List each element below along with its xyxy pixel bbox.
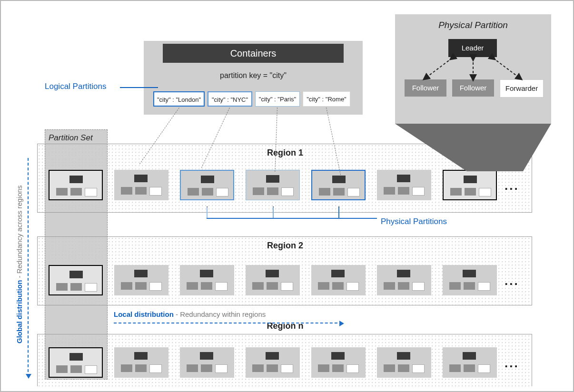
containers-title: Containers (163, 44, 344, 63)
leader-arrows-icon (395, 38, 551, 100)
partition-key-label: partition key = "city" (144, 71, 363, 80)
physical-partition-mini (377, 347, 431, 378)
partition-set-label: Partition Set (49, 133, 93, 143)
physical-partition-mini (246, 347, 300, 378)
pp-line-h (207, 218, 339, 219)
city-pill-nyc: "city" : "NYC" (208, 91, 252, 107)
physical-partition-mini (49, 265, 103, 295)
ellipsis: ... (505, 274, 519, 288)
physical-partition-mini (377, 170, 431, 200)
physical-partition-mini (180, 170, 234, 200)
physical-partition-title: Physical Partition (395, 20, 551, 30)
physical-partition-mini (311, 347, 366, 378)
diagram-canvas: Containers partition key = "city" "city"… (0, 0, 574, 392)
city-pill-rome: "city" : "Rome" (303, 91, 350, 107)
physical-partition-mini (443, 347, 497, 378)
ellipsis: ... (505, 356, 519, 371)
region-2-title: Region 2 (38, 241, 533, 251)
local-distribution-arrow-icon (114, 323, 342, 323)
physical-partition-mini (114, 170, 168, 200)
physical-partition-mini (246, 265, 300, 295)
svg-line-2 (493, 58, 520, 78)
svg-line-0 (426, 58, 452, 78)
pp-line-to-label (339, 218, 377, 219)
physical-partition-mini (114, 265, 168, 295)
physical-partition-mini (443, 265, 497, 295)
physical-partition-mini (114, 347, 168, 378)
physical-partitions-label: Physical Partitions (381, 217, 447, 226)
pp-line-3v (338, 206, 339, 219)
physical-partition-mini (443, 170, 497, 200)
global-distribution-arrow-icon (28, 158, 29, 377)
logical-partitions-label: Logical Partitions (45, 82, 106, 91)
logical-partitions-line (120, 87, 158, 88)
local-distribution-label: Local distribution - Redundancy within r… (114, 310, 266, 318)
pp-line-1v (207, 206, 208, 219)
ellipsis: ... (505, 178, 519, 193)
physical-partition-mini (49, 170, 103, 200)
pp-line-2v (273, 206, 274, 219)
physical-partition-mini (180, 265, 234, 295)
physical-partition-mini (49, 347, 103, 378)
global-distribution-label: Global distribution - Redundancy across … (15, 185, 23, 343)
physical-partition-mini (311, 170, 366, 200)
physical-partition-mini (311, 265, 366, 295)
physical-partition-mini (180, 347, 234, 378)
physical-partition-mini (377, 265, 431, 295)
physical-partition-mini (246, 170, 300, 200)
city-pill-london: "city" : "London" (153, 91, 205, 107)
city-pill-paris: "city" : "Paris" (255, 91, 300, 107)
